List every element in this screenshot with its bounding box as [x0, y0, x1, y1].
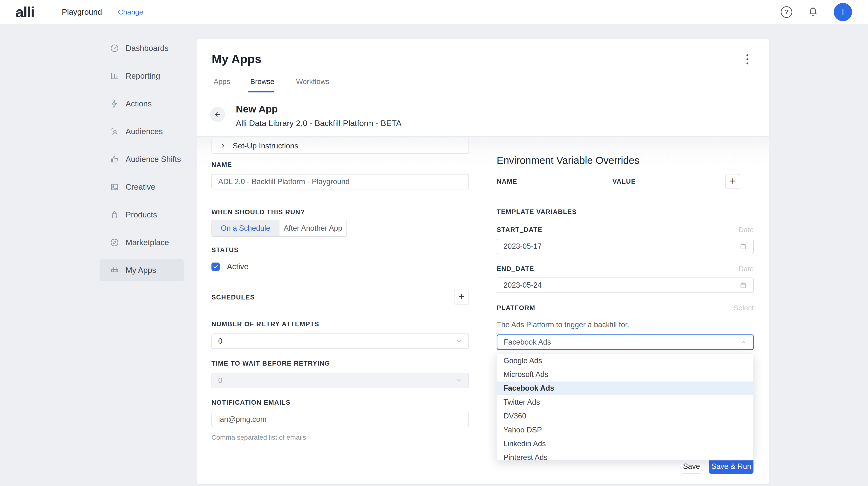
change-workspace-link[interactable]: Change — [118, 8, 143, 16]
dropdown-option-google-ads[interactable]: Google Ads — [497, 354, 753, 368]
active-tab-underline — [248, 91, 274, 92]
dashboard-gauge-icon — [110, 44, 119, 53]
status-label: STATUS — [212, 247, 239, 254]
people-icon — [110, 127, 119, 136]
schedules-label: SCHEDULES — [212, 294, 255, 301]
active-checkbox[interactable] — [212, 262, 220, 271]
name-input[interactable]: ADL 2.0 - Backfill Platform - Playground — [212, 174, 469, 190]
sidebar: Dashboards Reporting Actions Audiences — [100, 37, 184, 287]
end-date-type: Date — [739, 265, 754, 273]
dropdown-option-yahoo-dsp[interactable]: Yahoo DSP — [497, 423, 753, 437]
emails-helper-text: Comma separated list of emails — [212, 434, 306, 441]
topbar-divider — [44, 5, 44, 20]
sidebar-item-audiences[interactable]: Audiences — [100, 120, 184, 143]
dropdown-option-linkedin-ads[interactable]: Linkedin Ads — [497, 437, 753, 451]
bar-chart-icon — [110, 71, 119, 81]
dropdown-option-dv360[interactable]: DV360 — [497, 409, 753, 423]
dropdown-option-pinterest-ads[interactable]: Pinterest Ads — [497, 451, 753, 460]
retry-attempts-select[interactable]: 0 — [212, 334, 469, 349]
active-checkbox-label: Active — [227, 262, 249, 271]
tab-workflows[interactable]: Workflows — [296, 78, 329, 86]
toggle-after-another-app[interactable]: After Another App — [279, 220, 346, 236]
help-icon[interactable]: ? — [781, 6, 792, 18]
arrow-left-icon — [214, 111, 222, 118]
env-name-header: NAME — [497, 178, 518, 185]
env-table-headers: NAME VALUE — [497, 178, 754, 185]
tabs-divider — [197, 92, 769, 92]
app-title: New App — [236, 104, 278, 115]
chevron-up-icon — [740, 339, 747, 345]
end-date-label-row: END_DATE Date — [497, 265, 754, 273]
end-date-label: END_DATE — [497, 265, 534, 273]
platform-description: The Ads Platform to trigger a backfill f… — [497, 320, 629, 329]
save-button[interactable]: Save — [681, 459, 702, 474]
sidebar-item-dashboards[interactable]: Dashboards — [100, 37, 184, 59]
app-subtitle: Alli Data Library 2.0 - Backfill Platfor… — [236, 118, 401, 128]
checkmark-icon — [213, 264, 218, 269]
workspace-name: Playground — [62, 7, 102, 17]
image-icon — [110, 182, 119, 192]
sidebar-item-reporting[interactable]: Reporting — [100, 65, 184, 87]
apps-blocks-icon — [110, 265, 119, 275]
start-date-label: START_DATE — [497, 226, 542, 234]
app-config-form: Set-Up Instructions NAME ADL 2.0 - Backf… — [197, 136, 769, 484]
calendar-icon — [739, 242, 747, 250]
topbar-actions: ? I — [781, 3, 852, 21]
end-date-input[interactable]: 2023-05-24 — [497, 278, 754, 293]
start-date-input[interactable]: 2023-05-17 — [497, 239, 754, 254]
shopping-bag-icon — [110, 210, 119, 220]
chevron-right-icon — [220, 143, 226, 149]
page-title: My Apps — [212, 52, 261, 66]
tab-browse[interactable]: Browse — [250, 78, 274, 86]
notifications-bell-icon[interactable] — [807, 6, 819, 18]
kebab-menu-icon[interactable] — [745, 53, 750, 66]
save-and-run-button[interactable]: Save & Run — [709, 459, 753, 474]
platform-dropdown: Google Ads Microsoft Ads Facebook Ads Tw… — [496, 353, 753, 460]
run-when-label: WHEN SHOULD THIS RUN? — [212, 208, 305, 216]
sidebar-item-creative[interactable]: Creative — [100, 176, 184, 198]
app-viewport: alli Playground Change ? I Dashboards — [0, 0, 868, 486]
lightning-icon — [110, 99, 119, 109]
platform-label: PLATFORM — [497, 304, 535, 312]
dropdown-option-facebook-ads[interactable]: Facebook Ads — [497, 381, 753, 395]
chevron-down-icon — [456, 377, 462, 384]
add-env-variable-button[interactable]: + — [725, 174, 740, 189]
name-label: NAME — [212, 161, 232, 169]
top-bar: alli Playground Change ? I — [0, 0, 868, 24]
retry-attempts-label: NUMBER OF RETRY ATTEMPTS — [212, 320, 319, 328]
toggle-on-a-schedule[interactable]: On a Schedule — [212, 220, 279, 236]
alli-logo: alli — [16, 3, 34, 21]
calendar-icon — [739, 281, 747, 289]
setup-instructions-accordion[interactable]: Set-Up Instructions — [212, 138, 469, 154]
sidebar-item-products[interactable]: Products — [100, 204, 184, 226]
thumbs-up-icon — [110, 154, 119, 164]
avatar[interactable]: I — [834, 3, 852, 21]
sidebar-item-my-apps[interactable]: My Apps — [100, 259, 184, 281]
platform-label-row: PLATFORM Select — [497, 304, 754, 312]
template-variables-label: TEMPLATE VARIABLES — [497, 208, 577, 216]
platform-select[interactable]: Facebook Ads — [497, 335, 754, 350]
env-overrides-title: Environment Variable Overrides — [497, 155, 640, 166]
tab-apps[interactable]: Apps — [214, 78, 230, 86]
notification-emails-input[interactable]: ian@pmg.com — [212, 412, 469, 427]
back-button[interactable] — [210, 107, 225, 122]
run-when-toggle: On a Schedule After Another App — [212, 220, 347, 237]
sidebar-item-audience-shifts[interactable]: Audience Shifts — [100, 148, 184, 170]
status-checkbox-row: Active — [212, 262, 249, 271]
chevron-down-icon — [456, 338, 462, 344]
sidebar-item-marketplace[interactable]: Marketplace — [100, 231, 184, 254]
sidebar-item-actions[interactable]: Actions — [100, 93, 184, 115]
notification-emails-label: NOTIFICATION EMAILS — [212, 399, 290, 406]
add-schedule-button[interactable]: + — [454, 290, 469, 305]
dropdown-option-twitter-ads[interactable]: Twitter Ads — [497, 395, 753, 409]
retry-wait-select: 0 — [212, 373, 469, 388]
start-date-label-row: START_DATE Date — [497, 226, 754, 234]
start-date-type: Date — [739, 226, 754, 234]
retry-wait-label: TIME TO WAIT BEFORE RETRYING — [212, 360, 330, 367]
main-card: My Apps Apps Browse Workflows New App Al… — [197, 39, 769, 484]
compass-icon — [110, 238, 119, 247]
platform-type: Select — [734, 304, 754, 312]
dropdown-option-microsoft-ads[interactable]: Microsoft Ads — [497, 368, 753, 381]
